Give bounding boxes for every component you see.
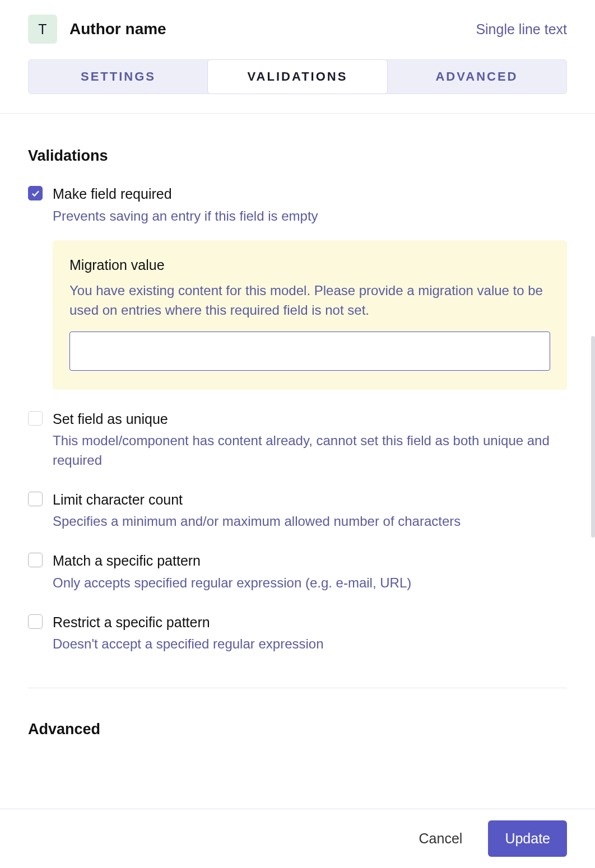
migration-box: Migration value You have existing conten… <box>53 240 567 390</box>
header-divider <box>0 113 595 114</box>
validation-required-body: Make field required Prevents saving an e… <box>53 185 567 390</box>
migration-input[interactable] <box>69 332 550 371</box>
advanced-title: Advanced <box>28 721 567 738</box>
validation-restrict: Restrict a specific pattern Doesn't acce… <box>28 613 567 654</box>
tab-settings[interactable]: Settings <box>29 60 208 94</box>
validation-limit-label: Limit character count <box>53 491 567 509</box>
update-button[interactable]: Update <box>488 820 567 857</box>
validation-limit: Limit character count Specifies a minimu… <box>28 491 567 531</box>
validation-limit-body: Limit character count Specifies a minimu… <box>53 491 567 531</box>
validation-restrict-desc: Doesn't accept a specified regular expre… <box>53 634 567 654</box>
checkbox-required[interactable] <box>28 186 43 200</box>
validation-match: Match a specific pattern Only accepts sp… <box>28 552 567 592</box>
migration-title: Migration value <box>69 257 550 273</box>
tabs: Settings Validations Advanced <box>28 59 567 94</box>
footer: Cancel Update <box>0 809 595 868</box>
checkbox-restrict[interactable] <box>28 614 43 629</box>
field-type-icon: T <box>28 15 57 44</box>
validation-match-desc: Only accepts specified regular expressio… <box>53 573 567 593</box>
validation-unique-label: Set field as unique <box>53 410 567 428</box>
scrollbar-thumb[interactable] <box>591 336 595 538</box>
validation-unique: Set field as unique This model/component… <box>28 410 567 470</box>
check-icon <box>30 188 40 198</box>
tab-validations[interactable]: Validations <box>207 59 388 94</box>
validation-required-desc: Prevents saving an entry if this field i… <box>53 207 567 226</box>
field-type-letter: T <box>38 21 47 38</box>
cancel-button[interactable]: Cancel <box>419 830 463 847</box>
tab-advanced[interactable]: Advanced <box>387 60 566 94</box>
validation-limit-desc: Specifies a minimum and/or maximum allow… <box>53 512 567 531</box>
migration-desc: You have existing content for this model… <box>69 281 550 320</box>
content: Validations Make field required Prevents… <box>0 147 595 738</box>
validation-required-label: Make field required <box>53 185 567 203</box>
validation-restrict-body: Restrict a specific pattern Doesn't acce… <box>53 613 567 654</box>
validation-required: Make field required Prevents saving an e… <box>28 185 567 390</box>
validation-unique-desc: This model/component has content already… <box>53 431 567 470</box>
header: T Author name Single line text <box>0 0 595 44</box>
checkbox-match[interactable] <box>28 553 43 567</box>
header-left: T Author name <box>28 15 166 44</box>
validation-restrict-label: Restrict a specific pattern <box>53 613 567 632</box>
section-divider <box>28 688 567 688</box>
field-type-label: Single line text <box>476 21 567 38</box>
validation-unique-body: Set field as unique This model/component… <box>53 410 567 470</box>
field-name: Author name <box>69 20 166 38</box>
checkbox-unique <box>28 411 43 426</box>
validation-match-body: Match a specific pattern Only accepts sp… <box>53 552 567 592</box>
validations-title: Validations <box>28 147 567 165</box>
validation-match-label: Match a specific pattern <box>53 552 567 570</box>
checkbox-limit[interactable] <box>28 492 43 506</box>
